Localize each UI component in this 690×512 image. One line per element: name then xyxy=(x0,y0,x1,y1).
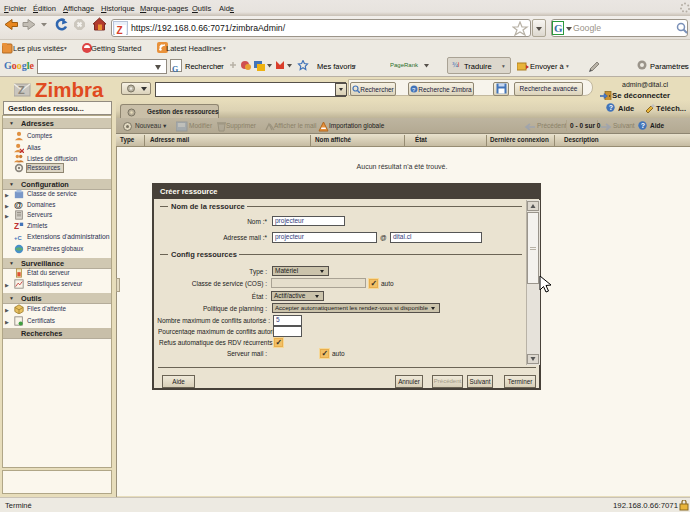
svg-text:Z: Z xyxy=(18,84,25,96)
svg-text:Z: Z xyxy=(117,25,123,36)
svg-text:Zimbra: Zimbra xyxy=(35,80,104,101)
svg-text:Z: Z xyxy=(14,221,19,231)
svg-text:+C: +C xyxy=(14,235,22,241)
svg-text:G: G xyxy=(172,65,178,74)
svg-text:PageRank: PageRank xyxy=(390,62,419,68)
svg-text:@: @ xyxy=(14,200,23,210)
svg-text:?: ? xyxy=(641,122,645,129)
svg-text:G: G xyxy=(554,22,563,34)
svg-text:?: ? xyxy=(609,104,613,111)
